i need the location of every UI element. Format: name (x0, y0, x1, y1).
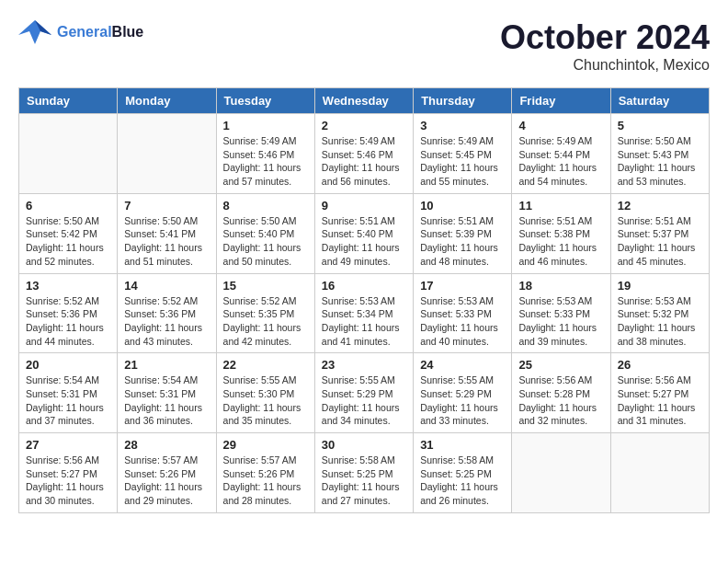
day-number: 10 (420, 199, 505, 213)
location: Chunchintok, Mexico (500, 57, 710, 74)
calendar-cell (610, 433, 709, 513)
day-number: 28 (124, 438, 209, 452)
calendar-table: SundayMondayTuesdayWednesdayThursdayFrid… (18, 87, 710, 513)
calendar-cell: 25Sunrise: 5:56 AM Sunset: 5:28 PM Dayli… (512, 353, 610, 433)
day-number: 4 (518, 119, 603, 132)
day-info: Sunrise: 5:49 AM Sunset: 5:45 PM Dayligh… (420, 134, 505, 189)
day-number: 11 (518, 199, 603, 213)
day-info: Sunrise: 5:53 AM Sunset: 5:33 PM Dayligh… (518, 294, 603, 349)
day-number: 30 (322, 438, 406, 452)
day-info: Sunrise: 5:49 AM Sunset: 5:44 PM Dayligh… (518, 134, 603, 189)
day-info: Sunrise: 5:51 AM Sunset: 5:37 PM Dayligh… (618, 214, 702, 269)
day-info: Sunrise: 5:58 AM Sunset: 5:25 PM Dayligh… (322, 454, 406, 508)
calendar-cell: 1Sunrise: 5:49 AM Sunset: 5:46 PM Daylig… (216, 114, 314, 194)
weekday-header: Monday (118, 88, 216, 114)
calendar-cell: 23Sunrise: 5:55 AM Sunset: 5:29 PM Dayli… (314, 353, 413, 433)
calendar-cell: 9Sunrise: 5:51 AM Sunset: 5:40 PM Daylig… (314, 193, 413, 273)
calendar-cell: 4Sunrise: 5:49 AM Sunset: 5:44 PM Daylig… (512, 114, 610, 194)
day-number: 13 (26, 279, 110, 293)
calendar-cell: 11Sunrise: 5:51 AM Sunset: 5:38 PM Dayli… (512, 193, 610, 273)
calendar-cell: 14Sunrise: 5:52 AM Sunset: 5:36 PM Dayli… (118, 273, 216, 353)
day-info: Sunrise: 5:56 AM Sunset: 5:28 PM Dayligh… (518, 373, 603, 428)
day-number: 16 (322, 279, 406, 293)
logo-text-general: General (57, 24, 112, 40)
weekday-header: Thursday (414, 88, 512, 114)
weekday-header: Saturday (610, 88, 709, 114)
day-number: 5 (618, 119, 702, 132)
day-number: 1 (223, 119, 308, 132)
day-number: 24 (420, 358, 505, 372)
logo-text-blue: Blue (112, 24, 144, 40)
calendar-header-row: SundayMondayTuesdayWednesdayThursdayFrid… (19, 88, 710, 114)
weekday-header: Wednesday (314, 88, 413, 114)
day-number: 14 (124, 279, 209, 293)
calendar-cell: 16Sunrise: 5:53 AM Sunset: 5:34 PM Dayli… (314, 273, 413, 353)
day-info: Sunrise: 5:51 AM Sunset: 5:38 PM Dayligh… (518, 214, 603, 269)
calendar-cell: 3Sunrise: 5:49 AM Sunset: 5:45 PM Daylig… (414, 114, 512, 194)
day-info: Sunrise: 5:54 AM Sunset: 5:31 PM Dayligh… (124, 373, 209, 428)
day-info: Sunrise: 5:50 AM Sunset: 5:43 PM Dayligh… (618, 134, 702, 189)
day-number: 7 (124, 199, 209, 213)
day-number: 21 (124, 358, 209, 372)
day-info: Sunrise: 5:51 AM Sunset: 5:40 PM Dayligh… (322, 214, 406, 269)
day-info: Sunrise: 5:55 AM Sunset: 5:30 PM Dayligh… (223, 373, 308, 428)
calendar-week-row: 1Sunrise: 5:49 AM Sunset: 5:46 PM Daylig… (19, 114, 710, 194)
calendar-cell: 2Sunrise: 5:49 AM Sunset: 5:46 PM Daylig… (314, 114, 413, 194)
day-number: 18 (518, 279, 603, 293)
calendar-cell: 24Sunrise: 5:55 AM Sunset: 5:29 PM Dayli… (414, 353, 512, 433)
day-info: Sunrise: 5:50 AM Sunset: 5:40 PM Dayligh… (223, 214, 308, 269)
weekday-header: Sunday (19, 88, 118, 114)
day-info: Sunrise: 5:54 AM Sunset: 5:31 PM Dayligh… (26, 373, 110, 428)
day-number: 3 (420, 119, 505, 132)
calendar-cell (512, 433, 610, 513)
calendar-cell: 29Sunrise: 5:57 AM Sunset: 5:26 PM Dayli… (216, 433, 314, 513)
weekday-header: Tuesday (216, 88, 314, 114)
day-info: Sunrise: 5:56 AM Sunset: 5:27 PM Dayligh… (26, 454, 110, 508)
calendar-cell (118, 114, 216, 194)
calendar-cell: 13Sunrise: 5:52 AM Sunset: 5:36 PM Dayli… (19, 273, 118, 353)
calendar-week-row: 13Sunrise: 5:52 AM Sunset: 5:36 PM Dayli… (19, 273, 710, 353)
calendar-week-row: 27Sunrise: 5:56 AM Sunset: 5:27 PM Dayli… (19, 433, 710, 513)
logo-icon (18, 18, 51, 46)
calendar-cell: 6Sunrise: 5:50 AM Sunset: 5:42 PM Daylig… (19, 193, 118, 273)
day-number: 15 (223, 279, 308, 293)
calendar-cell: 7Sunrise: 5:50 AM Sunset: 5:41 PM Daylig… (118, 193, 216, 273)
page-header: GeneralBlue October 2024 Chunchintok, Me… (18, 18, 710, 74)
month-title: October 2024 (500, 18, 710, 57)
calendar-cell: 19Sunrise: 5:53 AM Sunset: 5:32 PM Dayli… (610, 273, 709, 353)
calendar-cell: 10Sunrise: 5:51 AM Sunset: 5:39 PM Dayli… (414, 193, 512, 273)
calendar-cell (19, 114, 118, 194)
day-info: Sunrise: 5:53 AM Sunset: 5:33 PM Dayligh… (420, 294, 505, 349)
calendar-cell: 21Sunrise: 5:54 AM Sunset: 5:31 PM Dayli… (118, 353, 216, 433)
day-info: Sunrise: 5:56 AM Sunset: 5:27 PM Dayligh… (618, 373, 702, 428)
day-info: Sunrise: 5:58 AM Sunset: 5:25 PM Dayligh… (420, 454, 505, 508)
calendar-week-row: 20Sunrise: 5:54 AM Sunset: 5:31 PM Dayli… (19, 353, 710, 433)
day-info: Sunrise: 5:52 AM Sunset: 5:35 PM Dayligh… (223, 294, 308, 349)
day-info: Sunrise: 5:49 AM Sunset: 5:46 PM Dayligh… (223, 134, 308, 189)
day-number: 29 (223, 438, 308, 452)
day-number: 6 (26, 199, 110, 213)
day-info: Sunrise: 5:51 AM Sunset: 5:39 PM Dayligh… (420, 214, 505, 269)
calendar-cell: 17Sunrise: 5:53 AM Sunset: 5:33 PM Dayli… (414, 273, 512, 353)
calendar-cell: 20Sunrise: 5:54 AM Sunset: 5:31 PM Dayli… (19, 353, 118, 433)
calendar-cell: 18Sunrise: 5:53 AM Sunset: 5:33 PM Dayli… (512, 273, 610, 353)
title-block: October 2024 Chunchintok, Mexico (500, 18, 710, 74)
day-info: Sunrise: 5:53 AM Sunset: 5:34 PM Dayligh… (322, 294, 406, 349)
day-number: 25 (518, 358, 603, 372)
calendar-cell: 28Sunrise: 5:57 AM Sunset: 5:26 PM Dayli… (118, 433, 216, 513)
day-info: Sunrise: 5:53 AM Sunset: 5:32 PM Dayligh… (618, 294, 702, 349)
calendar-cell: 27Sunrise: 5:56 AM Sunset: 5:27 PM Dayli… (19, 433, 118, 513)
day-number: 27 (26, 438, 110, 452)
calendar-cell: 12Sunrise: 5:51 AM Sunset: 5:37 PM Dayli… (610, 193, 709, 273)
day-number: 19 (618, 279, 702, 293)
day-info: Sunrise: 5:57 AM Sunset: 5:26 PM Dayligh… (124, 454, 209, 508)
calendar-cell: 31Sunrise: 5:58 AM Sunset: 5:25 PM Dayli… (414, 433, 512, 513)
day-info: Sunrise: 5:52 AM Sunset: 5:36 PM Dayligh… (26, 294, 110, 349)
day-number: 26 (618, 358, 702, 372)
calendar-cell: 5Sunrise: 5:50 AM Sunset: 5:43 PM Daylig… (610, 114, 709, 194)
calendar-cell: 22Sunrise: 5:55 AM Sunset: 5:30 PM Dayli… (216, 353, 314, 433)
weekday-header: Friday (512, 88, 610, 114)
calendar-cell: 30Sunrise: 5:58 AM Sunset: 5:25 PM Dayli… (314, 433, 413, 513)
day-number: 8 (223, 199, 308, 213)
day-info: Sunrise: 5:49 AM Sunset: 5:46 PM Dayligh… (322, 134, 406, 189)
